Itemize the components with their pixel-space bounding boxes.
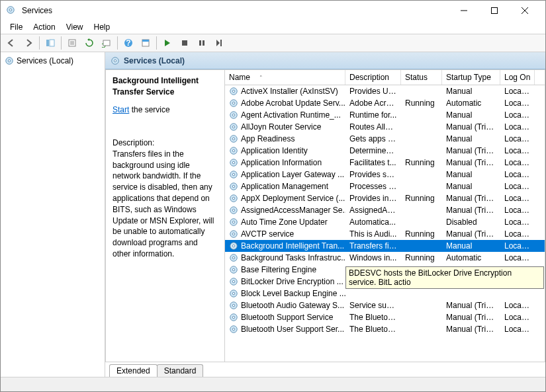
service-row[interactable]: Application IdentityDetermines ...Manual…	[225, 145, 545, 157]
service-description: The Bluetoo...	[345, 324, 401, 334]
svg-rect-7	[50, 40, 54, 46]
service-description: Runtime for...	[345, 110, 401, 120]
service-row[interactable]: Adobe Acrobat Update Serv...Adobe Acro..…	[225, 97, 545, 109]
export-list-button[interactable]	[64, 35, 80, 51]
service-logon: Local Se	[500, 169, 535, 180]
gear-icon	[229, 241, 238, 251]
service-status	[401, 150, 442, 151]
svg-point-56	[232, 268, 235, 271]
service-status: Running	[401, 264, 442, 275]
description-label: Description:	[113, 137, 218, 149]
service-row[interactable]: AssignedAccessManager Se...AssignedAc...…	[225, 204, 545, 216]
service-name: Background Tasks Infrastruc...	[241, 253, 345, 262]
selected-service-name: Background Intelligent Transfer Service	[113, 75, 218, 98]
svg-point-58	[232, 280, 235, 283]
service-row[interactable]: BitLocker Drive Encryption ...	[225, 276, 545, 288]
svg-rect-6	[46, 40, 49, 46]
service-name: App Readiness	[241, 134, 295, 143]
service-logon: Local Sy	[500, 253, 535, 263]
toolbar: ?	[1, 34, 545, 52]
list-header[interactable]: Name˄DescriptionStatusStartup TypeLog On	[225, 70, 545, 85]
service-status: Running	[401, 157, 442, 168]
service-name: Bluetooth Audio Gateway S...	[241, 301, 344, 310]
service-row[interactable]: ActiveX Installer (AxInstSV)Provides Us.…	[225, 85, 545, 97]
column-header-description[interactable]: Description	[345, 70, 401, 85]
service-startup: Manual	[442, 86, 500, 97]
tree-pane[interactable]: Services (Local)	[1, 52, 105, 377]
service-description: AssignedAc...	[345, 205, 401, 216]
minimize-button[interactable]	[449, 1, 479, 20]
gear-icon	[229, 217, 238, 227]
menu-help[interactable]: Help	[89, 21, 116, 33]
service-row[interactable]: AllJoyn Router ServiceRoutes AllJo...Man…	[225, 121, 545, 133]
column-header-startup[interactable]: Startup Type	[442, 70, 500, 85]
service-logon: Local Sy	[500, 181, 535, 192]
service-logon: Local Se	[500, 145, 535, 156]
service-row[interactable]: App ReadinessGets apps re...ManualLocal …	[225, 133, 545, 145]
service-row[interactable]: Application Layer Gateway ...Provides su…	[225, 169, 545, 180]
help-button[interactable]: ?	[120, 35, 136, 51]
column-header-status[interactable]: Status	[401, 70, 442, 85]
service-startup: Manual (Trig...	[442, 193, 500, 204]
pause-service-button[interactable]	[194, 35, 210, 51]
service-row[interactable]: Auto Time Zone UpdaterAutomatica...Disab…	[225, 216, 545, 228]
service-name: Bluetooth User Support Ser...	[241, 325, 344, 334]
service-row[interactable]: Application InformationFacilitates t...R…	[225, 157, 545, 169]
start-service-button[interactable]	[159, 35, 175, 51]
service-startup: Automatic	[442, 98, 500, 108]
service-row[interactable]: Agent Activation Runtime_...Runtime for.…	[225, 109, 545, 121]
service-startup: Manual (Trig...	[442, 312, 500, 323]
service-row[interactable]: Bluetooth Audio Gateway S...Service sup.…	[225, 299, 545, 311]
service-name: Block Level Backup Engine ...	[241, 289, 345, 298]
service-status: Running	[401, 253, 442, 263]
service-row[interactable]: Bluetooth User Support Ser...The Bluetoo…	[225, 323, 545, 335]
services-list[interactable]: Name˄DescriptionStatusStartup TypeLog On…	[225, 70, 545, 362]
service-row[interactable]: Block Level Backup Engine ...	[225, 288, 545, 299]
service-row[interactable]: Background Tasks Infrastruc...Windows in…	[225, 252, 545, 264]
service-row[interactable]: Bluetooth Support ServiceThe Bluetoo...M…	[225, 311, 545, 323]
service-row[interactable]: AVCTP serviceThis is Audi...RunningManua…	[225, 228, 545, 240]
start-link[interactable]: Start	[113, 105, 129, 114]
svg-point-32	[232, 126, 235, 128]
tree-root-services-local[interactable]: Services (Local)	[2, 55, 103, 67]
service-status	[401, 114, 442, 116]
close-button[interactable]	[510, 1, 540, 20]
toolbar-separator	[156, 36, 157, 50]
service-startup	[442, 293, 500, 294]
restart-service-button[interactable]	[211, 35, 227, 51]
service-row[interactable]: Base Filtering EngineThe Base Fil...Runn…	[225, 264, 545, 276]
menu-file[interactable]: File	[5, 21, 28, 33]
service-status	[401, 186, 442, 187]
service-description: Adobe Acro...	[345, 98, 401, 108]
stop-service-button[interactable]	[177, 35, 193, 51]
tab-standard[interactable]: Standard	[157, 364, 204, 377]
refresh-all-button[interactable]	[99, 35, 114, 51]
column-header-logon[interactable]: Log On	[500, 70, 535, 85]
service-logon	[500, 293, 535, 294]
service-status	[401, 138, 442, 139]
description-text: Transfers files in the background using …	[113, 149, 218, 260]
svg-point-50	[232, 233, 235, 235]
maximize-button[interactable]	[479, 1, 510, 20]
tab-extended[interactable]: Extended	[109, 364, 158, 377]
service-name: ActiveX Installer (AxInstSV)	[241, 87, 338, 96]
refresh-button[interactable]	[81, 35, 97, 51]
back-button[interactable]	[3, 35, 19, 51]
service-row[interactable]: Background Intelligent Tran...Transfers …	[225, 240, 545, 252]
column-header-name[interactable]: Name˄	[225, 70, 345, 85]
menu-action[interactable]: Action	[28, 21, 60, 33]
service-status: Running	[401, 98, 442, 108]
list-rows[interactable]: ActiveX Installer (AxInstSV)Provides Us.…	[225, 85, 545, 362]
service-logon: Local Sy	[500, 205, 535, 216]
menu-view[interactable]: View	[61, 21, 89, 33]
service-row[interactable]: Application ManagementProcesses in...Man…	[225, 180, 545, 192]
service-name: Auto Time Zone Updater	[241, 217, 328, 227]
svg-point-24	[114, 59, 116, 62]
properties-button[interactable]	[138, 35, 154, 51]
titlebar[interactable]: Services	[1, 1, 545, 20]
forward-button[interactable]	[21, 35, 36, 51]
service-row[interactable]: AppX Deployment Service (...Provides inf…	[225, 192, 545, 204]
service-logon: Local Se	[500, 229, 535, 239]
svg-point-28	[232, 102, 235, 104]
show-hide-tree-button[interactable]	[42, 35, 58, 51]
